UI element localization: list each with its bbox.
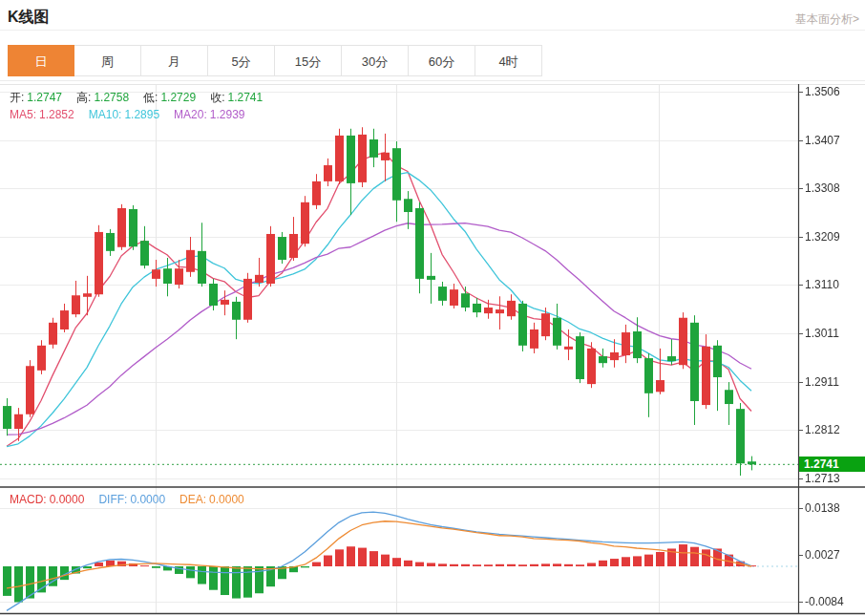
ohlc-item: 开:1.2747 xyxy=(10,90,62,106)
current-price-tag: 1.2741 xyxy=(799,457,865,472)
interval-tabbar: 日周月5分15分30分60分4时 xyxy=(8,45,542,76)
ma-legend: MA5:1.2852MA10:1.2895MA20:1.2939 xyxy=(10,108,245,121)
ohlc-item: 高:1.2758 xyxy=(76,90,129,106)
macd-legend: MACD:0.0000DIFF:0.0000DEA:0.0000 xyxy=(10,493,244,506)
ma-item: MA20:1.2939 xyxy=(174,108,244,121)
tab-week[interactable]: 周 xyxy=(74,45,141,76)
tab-60min[interactable]: 60分 xyxy=(409,45,475,76)
tab-month[interactable]: 月 xyxy=(141,45,208,76)
ma-item: MA10:1.2895 xyxy=(89,108,159,121)
macd-item: DEA:0.0000 xyxy=(179,493,244,506)
ma-item: MA5:1.2852 xyxy=(10,108,74,121)
tab-4hour[interactable]: 4时 xyxy=(475,45,542,76)
ohlc-legend: 开:1.2747高:1.2758低:1.2729收:1.2741 xyxy=(10,90,263,106)
tab-5min[interactable]: 5分 xyxy=(208,45,275,76)
ohlc-item: 低:1.2729 xyxy=(143,90,196,106)
macd-item: DIFF:0.0000 xyxy=(98,493,165,506)
tab-30min[interactable]: 30分 xyxy=(342,45,409,76)
macd-item: MACD:0.0000 xyxy=(10,493,84,506)
tab-15min[interactable]: 15分 xyxy=(275,45,342,76)
tab-day[interactable]: 日 xyxy=(8,45,74,76)
ohlc-item: 收:1.2741 xyxy=(210,90,263,106)
